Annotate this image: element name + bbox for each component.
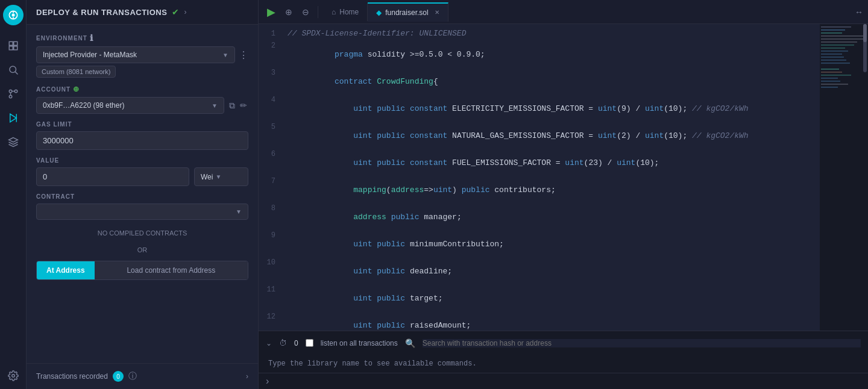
account-row: 0xb9F…A6220 (98 ether) ▼ ⧉ ✏ [36, 97, 248, 114]
gas-limit-input[interactable] [36, 131, 248, 150]
code-line-1: 1 // SPDX-License-Identifier: UNLICENSED [259, 29, 820, 41]
code-line-9: 9 uint public minimumContribution; [259, 231, 820, 258]
listen-checkbox[interactable] [306, 339, 313, 347]
load-contract-button[interactable]: Load contract from Address [95, 261, 248, 279]
no-contracts-label: NO COMPILED CONTRACTS [36, 227, 248, 239]
sidebar-icon-git[interactable] [5, 86, 22, 102]
svg-rect-30 [821, 60, 846, 61]
sidebar-icon-search[interactable] [5, 61, 22, 78]
panel-check-icon: ✔ [172, 7, 179, 17]
code-line-3: 3 contract CrowdFunding{ [259, 68, 820, 95]
expand-icon[interactable]: ↔ [855, 7, 863, 17]
svg-marker-15 [10, 114, 16, 122]
sidebar-icon-settings[interactable] [5, 367, 22, 384]
environment-section: ENVIRONMENT ℹ Injected Provider - MetaMa… [36, 33, 248, 78]
env-info-icon[interactable]: ⋮ [239, 49, 248, 61]
contract-label: CONTRACT [36, 193, 248, 200]
svg-rect-29 [821, 57, 844, 58]
prompt-icon[interactable]: › [266, 376, 269, 387]
svg-rect-22 [821, 36, 863, 37]
tx-search-input[interactable] [423, 339, 861, 347]
edit-account-button[interactable]: ✏ [239, 99, 248, 112]
value-section: VALUE Wei ▼ [36, 157, 248, 186]
account-section: ACCOUNT ⊕ 0xb9F…A6220 (98 ether) ▼ ⧉ ✏ [36, 85, 248, 114]
svg-rect-37 [821, 84, 848, 85]
svg-rect-19 [821, 26, 851, 28]
tab-home-label: Home [339, 8, 359, 16]
svg-point-17 [11, 375, 14, 378]
unit-select[interactable]: Wei ▼ [194, 167, 248, 186]
panel-title: DEPLOY & RUN TRANSACTIONS [36, 8, 167, 17]
sidebar-icon-deploy[interactable] [5, 110, 22, 126]
panel-expand-arrow[interactable]: › [184, 8, 186, 16]
svg-rect-5 [13, 42, 17, 45]
svg-rect-32 [821, 69, 839, 70]
code-editor[interactable]: 1 // SPDX-License-Identifier: UNLICENSED… [259, 24, 820, 331]
copy-account-button[interactable]: ⧉ [228, 99, 236, 112]
svg-point-1 [11, 14, 14, 17]
code-line-10: 10 uint public deadline; [259, 258, 820, 285]
at-address-button[interactable]: At Address [37, 261, 95, 279]
add-account-icon[interactable]: ⊕ [73, 85, 80, 93]
code-line-12: 12 uint public raisedAmount; [259, 312, 820, 331]
environment-info-icon[interactable]: ℹ [90, 33, 93, 43]
value-label: VALUE [36, 157, 248, 164]
svg-rect-36 [821, 81, 840, 82]
svg-rect-27 [821, 51, 848, 52]
environment-select[interactable]: Injected Provider - MetaMask ▼ [36, 46, 235, 63]
address-buttons: At Address Load contract from Address [36, 261, 248, 280]
sidebar-icon-plugins[interactable] [5, 134, 22, 151]
svg-point-8 [10, 66, 16, 73]
svg-rect-34 [821, 75, 851, 76]
sidebar-icon-files[interactable] [5, 37, 22, 54]
svg-rect-20 [821, 30, 845, 31]
tab-home[interactable]: ⌂ Home [323, 3, 368, 21]
zoom-in-button[interactable]: ⊕ [281, 5, 296, 19]
svg-rect-18 [820, 24, 868, 331]
zoom-out-button[interactable]: ⊖ [298, 5, 313, 19]
code-line-8: 8 address public manager; [259, 204, 820, 231]
svg-rect-23 [821, 39, 863, 40]
bottom-bar: ⌄ ⏱ 0 listen on all transactions 🔍 [259, 331, 868, 355]
tab-close-button[interactable]: ✕ [435, 9, 439, 16]
panel-footer: Transactions recorded 0 ⓘ › [27, 363, 258, 389]
svg-point-12 [9, 90, 12, 93]
account-dropdown-icon: ▼ [212, 102, 218, 109]
svg-rect-26 [821, 48, 845, 49]
svg-line-9 [15, 72, 17, 74]
or-divider: OR [36, 246, 248, 254]
code-line-6: 6 uint public constant FUEL_EMISSIONS_FA… [259, 149, 820, 176]
editor-area: ▶ ⊕ ⊖ ⌂ Home ◆ fundraiser.sol ✕ ↔ 1 // S… [259, 0, 868, 389]
value-row: Wei ▼ [36, 167, 248, 186]
file-tab-icon: ◆ [376, 8, 382, 17]
contract-select[interactable]: ▼ [36, 204, 248, 220]
tab-fundraiser[interactable]: ◆ fundraiser.sol ✕ [368, 2, 448, 22]
account-actions: ⧉ ✏ [228, 99, 248, 112]
bottom-section: ⌄ ⏱ 0 listen on all transactions 🔍 Type … [259, 331, 868, 389]
app-logo[interactable] [3, 5, 24, 25]
tx-count-badge: 0 [113, 371, 124, 382]
environment-label: ENVIRONMENT ℹ [36, 33, 248, 43]
console-area: Type the library name to see available c… [259, 355, 868, 373]
prompt-bar: › [259, 373, 868, 389]
minimap [820, 24, 868, 331]
code-line-4: 4 uint public constant ELECTRICITY_EMISS… [259, 95, 820, 122]
panel-header: DEPLOY & RUN TRANSACTIONS ✔ › [27, 0, 258, 25]
tab-bar: ⌂ Home ◆ fundraiser.sol ✕ [323, 2, 852, 22]
account-label: ACCOUNT ⊕ [36, 85, 248, 93]
code-line-7: 7 mapping(address=>uint) public contribu… [259, 176, 820, 204]
value-input[interactable] [36, 167, 189, 186]
run-button[interactable]: ▶ [263, 3, 279, 21]
tx-info-icon[interactable]: ⓘ [128, 371, 137, 382]
console-text: Type the library name to see available c… [268, 359, 477, 368]
tab-fundraiser-label: fundraiser.sol [385, 8, 428, 17]
account-select[interactable]: 0xb9F…A6220 (98 ether) ▼ [36, 97, 224, 114]
search-icon[interactable]: 🔍 [405, 338, 415, 348]
footer-expand-arrow[interactable]: › [246, 372, 248, 381]
code-container: 1 // SPDX-License-Identifier: UNLICENSED… [259, 24, 868, 331]
tx-recorded-label: Transactions recorded [36, 372, 108, 381]
code-line-2: 2 pragma solidity >=0.5.0 < 0.9.0; [259, 41, 820, 68]
svg-rect-35 [821, 78, 838, 79]
home-tab-icon: ⌂ [332, 8, 336, 16]
collapse-icon[interactable]: ⌄ [266, 339, 272, 347]
